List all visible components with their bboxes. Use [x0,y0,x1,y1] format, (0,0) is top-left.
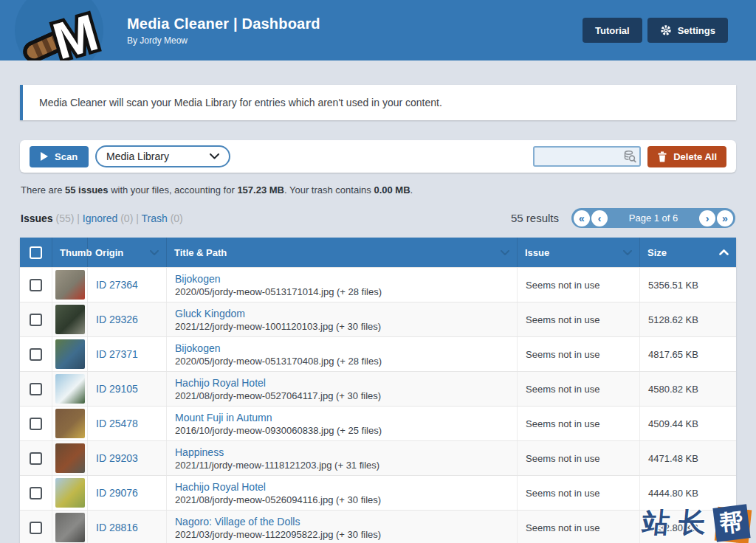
delete-all-label: Delete All [673,151,717,162]
gear-icon [660,24,672,36]
table-row: ID 29326 Gluck Kingdom 2021/12/jordy-meo… [20,302,736,336]
size-text: 4580.82 KB [648,384,698,395]
tutorial-button-label: Tutorial [595,25,630,36]
prev-page-button[interactable]: ‹ [591,210,608,226]
sort-up-active-icon[interactable] [719,249,729,255]
issue-text: Seems not in use [526,488,599,499]
file-path: 2021/03/jordy-meow-1122095822.jpg (+ 30 … [175,529,381,540]
row-checkbox[interactable] [30,418,42,430]
thumbnail[interactable] [55,270,85,300]
source-select[interactable]: Media Library [95,145,230,167]
issue-text: Seems not in use [526,453,599,464]
thumbnail[interactable] [55,374,85,404]
file-path: 2020/05/jordy-meow-0513171014.jpg (+ 28 … [175,286,382,297]
trash-icon [657,151,667,162]
title-link[interactable]: Hachijo Royal Hotel [175,481,266,493]
tab-ignored[interactable]: Ignored [83,212,117,224]
tab-issues-count: (55) [55,212,74,224]
summary-text: with your files, accounting for [109,184,238,196]
thumbnail[interactable] [55,305,85,334]
origin-link[interactable]: ID 29105 [96,383,138,395]
title-link[interactable]: Bijokogen [175,342,221,354]
origin-link[interactable]: ID 29076 [96,487,138,499]
select-all-checkbox[interactable] [30,246,42,259]
origin-link[interactable]: ID 29203 [96,452,138,464]
title-link[interactable]: Nagoro: Village of the Dolls [175,516,300,528]
play-icon [41,152,48,161]
summary-issues-count: 55 issues [65,184,109,196]
issue-text: Seems not in use [526,384,599,395]
search-wrap [533,146,641,167]
issue-text: Seems not in use [526,314,599,325]
origin-link[interactable]: ID 29326 [96,314,138,325]
title-link[interactable]: Happiness [175,446,224,458]
column-size[interactable]: Size [647,247,667,258]
title-link[interactable]: Hachijo Royal Hotel [175,377,266,389]
tab-separator: | [136,212,139,224]
summary-total-size: 157.23 MB [237,184,284,196]
summary-text: There are [21,184,65,196]
media-cleaner-logo: M [13,0,105,60]
table-row: ID 25478 Mount Fuji in Autumn 2016/10/jo… [20,406,736,440]
table-row: ID 29076 Hachijo Royal Hotel 2021/08/jor… [20,475,736,510]
tab-separator: | [77,212,80,224]
column-origin[interactable]: Origin [95,247,123,258]
row-checkbox[interactable] [30,279,42,291]
table-row: ID 29203 Happiness 2021/11/jordy-meow-11… [20,440,736,475]
notice-banner: Media Cleaner will scan your Media Libra… [20,85,736,120]
delete-all-button[interactable]: Delete All [647,146,726,167]
size-text: 4471.48 KB [648,453,698,464]
media-cleaner-dashboard: M Media Cleaner | Dashboard By Jordy Meo… [0,0,756,543]
title-link[interactable]: Bijokogen [175,273,221,285]
origin-link[interactable]: ID 27364 [96,279,138,291]
sort-down-icon[interactable] [501,250,509,255]
page-title: Media Cleaner | Dashboard [127,15,320,32]
issue-text: Seems not in use [526,522,599,533]
row-checkbox[interactable] [30,522,42,534]
table-row: ID 29105 Hachijo Royal Hotel 2021/08/jor… [20,371,736,406]
thumbnail[interactable] [55,443,85,473]
thumbnail[interactable] [55,513,85,542]
sort-down-icon[interactable] [623,250,632,255]
row-checkbox[interactable] [30,383,42,395]
scan-button-label: Scan [55,151,78,162]
next-page-button[interactable]: › [699,210,715,226]
settings-button[interactable]: Settings [647,18,728,43]
file-path: 2021/08/jordy-meow-0526094116.jpg (+ 30 … [175,494,381,505]
thumbnail[interactable] [55,478,85,508]
origin-link[interactable]: ID 25478 [96,418,138,429]
file-path: 2021/12/jordy-meow-1001120103.jpg (+ 30 … [175,321,381,332]
title-block: Media Cleaner | Dashboard By Jordy Meow [127,15,320,46]
issue-text: Seems not in use [526,418,599,429]
origin-link[interactable]: ID 28816 [96,522,138,533]
pager: « ‹ Page 1 of 6 › » [571,208,735,228]
thumbnail[interactable] [55,339,85,369]
size-text: 4817.65 KB [648,349,698,360]
header: M Media Cleaner | Dashboard By Jordy Meo… [0,0,756,60]
title-link[interactable]: Mount Fuji in Autumn [175,412,272,423]
size-text: 5128.62 KB [648,314,698,325]
column-title-path[interactable]: Title & Path [174,247,227,258]
tab-trash[interactable]: Trash [141,212,167,224]
scan-toolbar: Scan Media Library Delete Al [20,140,736,173]
tab-issues[interactable]: Issues [21,212,53,224]
origin-link[interactable]: ID 27371 [96,348,138,360]
row-checkbox[interactable] [30,452,42,465]
view-tabs: Issues (55) | Ignored (0) | Trash (0) [21,212,183,224]
last-page-button[interactable]: » [717,210,733,226]
row-checkbox[interactable] [30,314,42,326]
sort-down-icon[interactable] [150,250,159,255]
tutorial-button[interactable]: Tutorial [583,18,642,43]
source-select-value: Media Library [106,151,169,162]
row-checkbox[interactable] [30,487,42,499]
header-buttons: Tutorial Settings [583,18,728,43]
column-issue[interactable]: Issue [525,247,549,258]
pagination-area: 55 results « ‹ Page 1 of 6 › » [511,208,735,228]
summary-trash-size: 0.00 MB [374,184,410,196]
first-page-button[interactable]: « [574,210,590,226]
row-checkbox[interactable] [30,348,42,361]
title-link[interactable]: Gluck Kingdom [175,308,245,319]
scan-button[interactable]: Scan [30,146,89,167]
thumbnail[interactable] [55,409,85,438]
summary-line: There are 55 issues with your files, acc… [21,184,735,196]
